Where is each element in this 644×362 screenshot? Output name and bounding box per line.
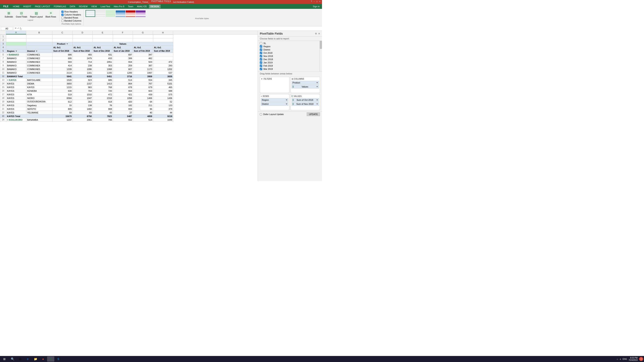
home-menu[interactable]: HOME (11, 5, 21, 8)
pivot-column-values[interactable]: Σ Values (292, 85, 319, 88)
district-header-cell[interactable]: District (26, 49, 52, 53)
pivot-field-feb2019[interactable]: Feb 2019 (260, 64, 318, 67)
cell-e4[interactable]: AL 6x1 (93, 46, 113, 49)
cell-e2[interactable] (93, 38, 113, 42)
pivot-row-district[interactable]: District (261, 102, 288, 106)
confirm-formula-icon[interactable]: ✓ (17, 27, 19, 30)
cell-d2[interactable] (73, 38, 93, 42)
style-swatch-5[interactable] (126, 10, 136, 17)
subtotals-button[interactable]: ⊞ Subtotals (4, 10, 14, 18)
row-headers-checkbox[interactable]: Row Headers (62, 10, 81, 13)
cell-a2[interactable] (6, 38, 26, 42)
cell-g4[interactable]: AL 6x1 (133, 46, 153, 49)
cell-c1[interactable] (52, 35, 73, 38)
col-header-b[interactable]: B (26, 31, 52, 34)
cell-values-header[interactable]: Values (73, 42, 173, 46)
cancel-formula-icon[interactable]: ✕ (15, 27, 16, 30)
column-headers-checkbox[interactable]: Column Headers (62, 13, 81, 16)
cell-product[interactable]: Product (52, 42, 73, 46)
view-menu[interactable]: VIEW (90, 5, 98, 8)
style-swatch-6[interactable] (136, 10, 146, 17)
insert-function-icon[interactable]: fx (20, 27, 22, 30)
cell-h4[interactable]: AL 6x1 (153, 46, 173, 49)
cell-c2[interactable] (52, 38, 73, 42)
team-menu[interactable]: Team (126, 5, 135, 8)
pivot-row-region[interactable]: Region (261, 98, 288, 102)
col-header-d[interactable]: D (72, 31, 92, 34)
pivot-field-dec2018[interactable]: Dec 2018 (260, 58, 318, 61)
help-icon[interactable]: ? (311, 0, 312, 2)
review-menu[interactable]: REVIEW (77, 5, 89, 8)
defer-checkbox[interactable] (260, 113, 262, 115)
nov-2018-header[interactable]: Sum of Nov 2018 (73, 49, 93, 53)
cell-g1[interactable] (133, 35, 153, 38)
report-layout-button[interactable]: ▤ Report Layout (29, 10, 44, 18)
jan-2019-header[interactable]: Sum of Jan 2019 (113, 49, 133, 53)
col-header-h[interactable]: H (153, 31, 173, 34)
cell-b1[interactable] (26, 35, 52, 38)
close-icon[interactable]: × (319, 0, 320, 2)
restore-icon[interactable]: □ (316, 0, 318, 2)
pivot-field-nov2018[interactable]: Nov 2018 (260, 54, 318, 58)
table-container[interactable]: 1 2 (0, 34, 258, 181)
pivot-value-nov[interactable]: Σ Sum of Nov 2018 (292, 102, 319, 106)
banded-rows-checkbox[interactable]: Banded Rows (62, 16, 81, 19)
page-layout-menu[interactable]: PAGE LAYOUT (33, 5, 52, 8)
cell-b2[interactable] (26, 38, 52, 42)
cell-f1[interactable] (113, 35, 133, 38)
design-menu[interactable]: DESIGN (149, 5, 160, 8)
formulas-menu[interactable]: FORMULAS (52, 5, 68, 8)
sign-in[interactable]: Sign in (311, 5, 321, 8)
formula-input[interactable] (22, 27, 321, 30)
pivot-field-oct2018[interactable]: Oct 2018 (260, 51, 318, 54)
insert-menu[interactable]: INSERT (22, 5, 33, 8)
data-menu[interactable]: DATA (68, 5, 77, 8)
pivot-field-region[interactable]: Region (260, 45, 318, 48)
cell-b4[interactable] (26, 46, 52, 49)
cell-reference[interactable] (1, 27, 13, 30)
cell-e1[interactable] (93, 35, 113, 38)
region-header-cell[interactable]: Region (6, 49, 26, 53)
col-header-e[interactable]: E (92, 31, 113, 34)
pivot-value-oct[interactable]: Σ Sum of Oct 2018 (292, 98, 319, 102)
cell-f2[interactable] (113, 38, 133, 42)
cell-d4[interactable]: AL 6x1 (73, 46, 93, 49)
analyze-menu[interactable]: ANALYZE (136, 5, 148, 8)
update-button[interactable]: UPDATE (307, 112, 320, 116)
blank-rows-button[interactable]: ≡ Blank Rows (44, 10, 57, 18)
cell-a1[interactable] (6, 35, 26, 38)
cell-a3[interactable] (6, 42, 26, 46)
col-header-f[interactable]: F (113, 31, 133, 34)
style-swatch-2[interactable] (96, 10, 105, 17)
style-swatch-3[interactable] (106, 10, 115, 17)
minimize-icon[interactable]: − (314, 0, 315, 2)
mar-2019-header[interactable]: Sum of Mar 2019 Sum of Mar 2019 (Values)… (153, 49, 173, 53)
nitro-menu[interactable]: Nitro Pro 8 (112, 5, 126, 8)
pivot-column-product[interactable]: Product (292, 81, 319, 84)
banded-columns-checkbox[interactable]: Banded Columns (62, 19, 81, 22)
pivot-field-sl[interactable]: SL (260, 42, 318, 45)
dec-2018-header[interactable]: Sum of Dec 2018 (93, 49, 113, 53)
cell-b3[interactable] (26, 42, 52, 46)
pivot-field-jan2019[interactable]: Jan 2019 (260, 61, 318, 64)
oct-2018-header[interactable]: Sum of Oct 2018 (52, 49, 73, 53)
pivot-close-icon[interactable]: ✕ (318, 32, 320, 35)
pivot-settings-icon[interactable]: ⚙ (315, 32, 317, 35)
load-test-menu[interactable]: Load Test (99, 5, 112, 8)
cell-d1[interactable] (73, 35, 93, 38)
style-swatch-4[interactable] (116, 10, 126, 17)
cell-f4[interactable]: AL 6x1 (113, 46, 133, 49)
pivot-field-district[interactable]: District (260, 48, 318, 51)
col-header-c[interactable]: C (52, 31, 72, 34)
cell-h2[interactable] (153, 38, 173, 42)
window-controls[interactable]: ? − □ × (311, 0, 320, 2)
feb-2019-header[interactable]: Sum of Feb 2019 (133, 49, 153, 53)
file-menu[interactable]: FILE (1, 4, 11, 8)
cell-a4[interactable] (6, 46, 26, 49)
col-header-a[interactable]: A (6, 31, 26, 34)
fields-scrollbar[interactable] (320, 41, 322, 71)
pivot-field-mar2019[interactable]: Mar 2019 (260, 67, 318, 71)
col-header-g[interactable]: G (133, 31, 153, 34)
cell-g2[interactable] (133, 38, 153, 42)
cell-c4[interactable]: AL 6x1 (52, 46, 73, 49)
